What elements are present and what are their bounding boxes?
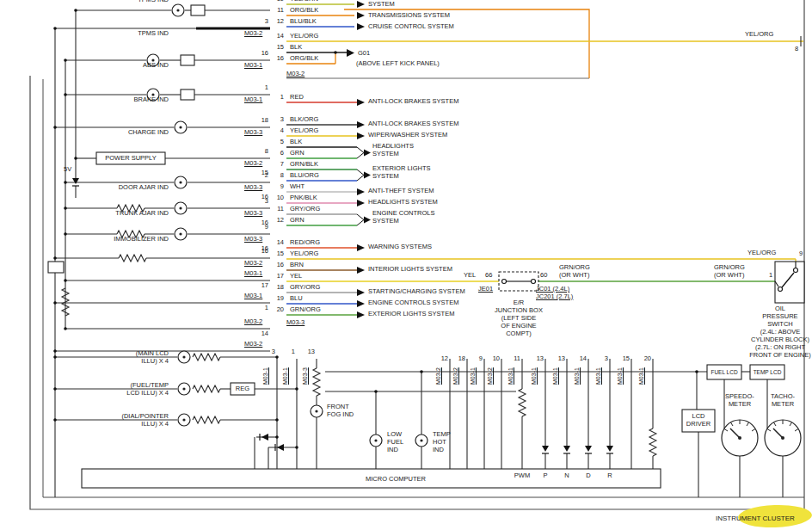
pin-number: 9 — [474, 355, 483, 362]
illum-label-dial-pointer: ILLU) X 4 — [108, 421, 169, 428]
wire-color-label: GRN/ORG — [290, 306, 321, 313]
wire-color-label: (OR WHT) — [714, 272, 744, 279]
pin-number: 13 — [535, 355, 544, 362]
pin-number: 19 — [270, 295, 284, 302]
indicator-label-trunk-ajar: TRUNK AJAR IND — [108, 210, 169, 217]
pin-number: 1 — [270, 94, 284, 101]
micro-computer-label: MICRO COMPUTER — [344, 476, 447, 483]
pin-number: 14 — [270, 33, 284, 40]
connector-ref: M03-1 — [617, 367, 624, 385]
reg-label: REG — [231, 385, 255, 392]
system-label: WIPER/WASHER SYSTEM — [368, 132, 447, 139]
low-fuel-ind-label: LOW — [387, 431, 402, 438]
wire-color-label: BLK — [290, 44, 302, 51]
system-label: SYSTEM — [372, 173, 399, 180]
diagram-title: INSTRUMENT CLUSTER — [716, 515, 795, 522]
pin-number: 13 — [557, 355, 565, 362]
wire-color-label: BLK — [290, 139, 302, 145]
gear-p-label: P — [535, 472, 556, 479]
pin-number: 4 — [270, 127, 284, 134]
connector-ref: M03-1 — [262, 367, 269, 385]
connector-ref: M03-1 — [531, 367, 538, 385]
wire-color-label: YEL/ORG — [290, 127, 318, 134]
pin-number: 15 — [270, 250, 284, 257]
indicator-label-door-ajar: DOOR AJAR IND — [108, 184, 169, 191]
connector-ref: M03-3 — [244, 184, 262, 191]
wire-color-label: WHT — [290, 183, 304, 190]
pin-number: 11 — [270, 7, 284, 14]
pin-number: 3 — [255, 18, 268, 25]
pin-number: 7 — [270, 161, 284, 168]
pin-number: 8 — [795, 46, 798, 52]
pin-number: 17 — [255, 282, 268, 289]
pin-number: 12 — [270, 18, 284, 25]
pin-number: 12 — [270, 217, 284, 224]
connector-ref: M03-2 — [435, 367, 442, 385]
oil-pressure-switch-label: (2.7L: ON RIGHT — [741, 344, 812, 351]
gear-r-label: R — [600, 472, 620, 479]
connector-ref: M03-3 — [244, 236, 262, 243]
wire-color-label: YEL — [290, 273, 302, 280]
wire-color-label: YEL/ORG — [290, 250, 318, 257]
wire-color-label: YEL/GRN — [290, 0, 318, 3]
wire-color-label: GRY/ORG — [290, 284, 320, 291]
pin-number: 16 — [255, 248, 268, 255]
system-label: CRUISE CONTROL SYSTEM — [368, 23, 454, 30]
indicator-label-charge: CHARGE IND — [108, 129, 169, 136]
pin-number: 20 — [643, 355, 651, 362]
wire-color-label: BLU/ORG — [290, 172, 319, 179]
illum-label-fuel-temp-lcd: (FUEL/TEMP — [108, 382, 169, 389]
connector-ref: M03-3 — [244, 129, 262, 136]
wire-color-label: BLU/BLK — [290, 18, 317, 25]
brace-merge-lines — [357, 147, 364, 225]
illum-label-main-lcd: (MAIN LCD — [108, 350, 169, 357]
temp-lcd-label: TEMP LCD — [750, 369, 784, 376]
connector-ref: M03-1 — [282, 367, 289, 385]
connector-ref: M03-2 — [244, 260, 262, 267]
indicator-label-abs: ABS IND — [108, 62, 169, 69]
er-junction-box-label: JUNCTION BOX — [489, 307, 549, 314]
pin-number: 11 — [512, 355, 520, 362]
pin-number: 18 — [255, 117, 268, 124]
indicator-label-brake: BRAKE IND — [108, 96, 169, 103]
gauge-icons — [722, 420, 801, 456]
connector-ref: M03-1 — [244, 96, 262, 103]
wire-color-label: ORG/BLK — [290, 55, 318, 62]
system-label: EXTERIOR LIGHTS SYSTEM — [368, 311, 454, 317]
wire-color-label: YEL/ORG — [747, 250, 776, 256]
low-fuel-ind-label: FUEL — [387, 439, 403, 446]
wire-color-label: GRY/ORG — [290, 206, 320, 213]
system-label: TRANSMISSIONS SYSTEM — [368, 12, 450, 19]
connector-ref: M03-2 — [244, 160, 262, 167]
pin-number: 66 — [485, 272, 492, 279]
lcd-driver-label: DRIVER — [682, 421, 715, 428]
system-label: HEADLIGHTS — [372, 143, 414, 150]
wire-color-label: RED/ORG — [290, 239, 320, 246]
front-fog-ind-label: FOG IND — [327, 411, 354, 418]
fuel-lcd-label: FUEL LCD — [707, 369, 741, 376]
er-junction-box-label: (LEFT SIDE — [489, 315, 549, 322]
system-label: EXTERIOR LIGHTS — [372, 165, 431, 172]
tachometer-label: TACHO- — [764, 393, 802, 400]
pwm-label: PWM — [512, 472, 532, 479]
er-junction-box-label: E/R — [489, 299, 549, 306]
wire-color-label: ORG/BLK — [290, 7, 318, 14]
pin-number: 17 — [270, 273, 284, 280]
pin-number: 8 — [255, 148, 268, 155]
temp-hot-ind-label: IND — [433, 447, 444, 453]
pin-number: 1 — [769, 272, 772, 279]
pin-number: 10 — [270, 0, 284, 3]
system-label: ANTI-LOCK BRAKES SYSTEM — [368, 98, 458, 105]
pin-number: 60 — [540, 272, 547, 279]
er-junction-box-label: OF ENGINE — [489, 323, 549, 330]
pin-number: 15 — [621, 355, 630, 362]
pin-number: 9 — [270, 183, 284, 190]
pin-number: 10 — [491, 355, 500, 362]
pin-number: 16 — [270, 55, 284, 62]
pin-number: 2 — [255, 172, 268, 179]
connector-ref: M03-2 — [244, 30, 262, 37]
connector-ref: M03-1 — [470, 367, 477, 385]
system-label: HEADLIGHTS SYSTEM — [368, 199, 438, 206]
pin-number: 20 — [270, 306, 284, 313]
system-label: ANTI-LOCK BRAKES SYSTEM — [368, 120, 458, 127]
